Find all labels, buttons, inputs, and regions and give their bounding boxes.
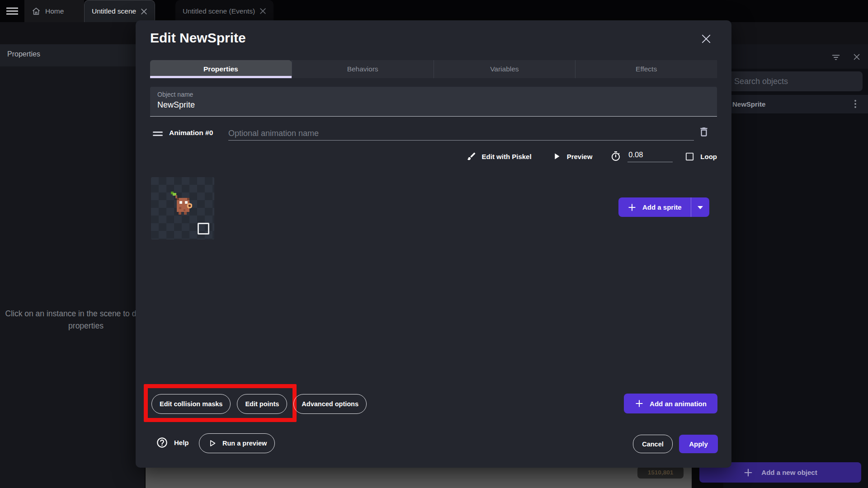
- properties-panel-header: Properties: [0, 44, 145, 66]
- search-objects-box: [727, 71, 863, 91]
- scene-canvas-edge: [146, 468, 692, 488]
- tab-close-icon[interactable]: [259, 8, 266, 14]
- run-a-preview-label: Run a preview: [222, 440, 267, 447]
- pixel-sprite: [165, 190, 198, 222]
- object-name: NewSprite: [732, 100, 765, 108]
- loop-checkbox[interactable]: [684, 151, 695, 162]
- help-icon: [156, 436, 168, 449]
- object-name-field: Object name: [150, 87, 717, 117]
- properties-panel: Properties Click on an instance in the s…: [0, 44, 145, 488]
- object-list-item[interactable]: NewSprite: [723, 95, 868, 113]
- edit-with-piskel-button[interactable]: Edit with Piskel: [482, 153, 532, 160]
- play-icon: [552, 151, 561, 161]
- tab-behaviors[interactable]: Behaviors: [292, 60, 434, 78]
- play-outline-icon: [207, 438, 217, 448]
- brush-icon: [467, 151, 476, 161]
- objects-panel-header: [723, 44, 868, 69]
- kebab-menu-icon[interactable]: [851, 99, 860, 109]
- timer-icon: [610, 151, 621, 162]
- edit-collision-masks-button[interactable]: Edit collision masks: [151, 394, 231, 414]
- dialog-title: Edit NewSprite: [150, 30, 246, 46]
- filter-icon[interactable]: [831, 52, 841, 62]
- tab-label: Home: [45, 7, 64, 15]
- tab-close-icon[interactable]: [141, 8, 147, 15]
- sprite-thumbnail[interactable]: [151, 177, 214, 239]
- time-between-frames-input[interactable]: [627, 150, 673, 162]
- help-button[interactable]: Help: [156, 436, 189, 449]
- close-panel-icon[interactable]: [852, 52, 862, 62]
- plus-icon: [743, 468, 753, 478]
- add-an-animation-label: Add an animation: [650, 400, 707, 408]
- advanced-options-button[interactable]: Advanced options: [293, 394, 367, 414]
- tab-variables[interactable]: Variables: [434, 60, 576, 78]
- drag-handle-icon[interactable]: [153, 135, 163, 136]
- animation-name-input[interactable]: [228, 127, 694, 141]
- object-name-input[interactable]: [157, 100, 700, 110]
- search-objects-input[interactable]: [727, 71, 863, 91]
- tab-label: Untitled scene (Events): [183, 7, 255, 15]
- run-a-preview-button[interactable]: Run a preview: [199, 433, 275, 453]
- tab-effects[interactable]: Effects: [575, 60, 717, 78]
- tab-label: Untitled scene: [92, 7, 136, 15]
- loop-label: Loop: [700, 153, 717, 160]
- animation-label: Animation #0: [169, 129, 213, 137]
- add-an-animation-button[interactable]: Add an animation: [624, 394, 717, 413]
- add-new-object-label: Add a new object: [761, 469, 817, 476]
- delete-animation-icon[interactable]: [698, 126, 710, 138]
- caret-down-icon[interactable]: [691, 197, 709, 217]
- gdevelop-app: Home Untitled scene Untitled scene (Even…: [0, 0, 868, 488]
- home-icon: [32, 7, 41, 16]
- tab-untitled-scene-events[interactable]: Untitled scene (Events): [175, 0, 274, 22]
- panel-title: Properties: [7, 50, 40, 58]
- tab-properties[interactable]: Properties: [150, 60, 292, 78]
- apply-button[interactable]: Apply: [679, 435, 718, 453]
- plus-icon: [627, 203, 637, 212]
- object-name-label: Object name: [157, 91, 193, 98]
- hamburger-menu-icon[interactable]: [6, 7, 18, 15]
- drag-handle-icon[interactable]: [153, 131, 163, 133]
- sprite-select-checkbox[interactable]: [198, 223, 209, 235]
- objects-panel: NewSprite: [723, 44, 868, 488]
- sprite-options-row: Edit collision masks Edit points Advance…: [151, 394, 367, 414]
- coordinates-value: 1510,801: [648, 469, 673, 476]
- add-a-sprite-button[interactable]: Add a sprite: [618, 197, 709, 217]
- preview-button[interactable]: Preview: [567, 153, 593, 160]
- animation-tools-row: Edit with Piskel Preview Loop: [467, 148, 717, 164]
- add-a-sprite-label: Add a sprite: [642, 203, 682, 211]
- plus-icon: [635, 399, 644, 408]
- cursor-coordinates-badge: 1510,801: [637, 466, 684, 479]
- dialog-close-icon[interactable]: [700, 33, 712, 45]
- cancel-button[interactable]: Cancel: [633, 435, 673, 453]
- edit-points-button[interactable]: Edit points: [237, 394, 287, 414]
- edit-sprite-dialog: Edit NewSprite Properties Behaviors Vari…: [136, 20, 731, 468]
- dialog-tabs: Properties Behaviors Variables Effects: [150, 60, 717, 78]
- top-tab-bar: Home Untitled scene Untitled scene (Even…: [0, 0, 868, 22]
- tab-home[interactable]: Home: [24, 0, 84, 22]
- help-label: Help: [174, 439, 189, 446]
- tab-untitled-scene[interactable]: Untitled scene: [84, 0, 155, 22]
